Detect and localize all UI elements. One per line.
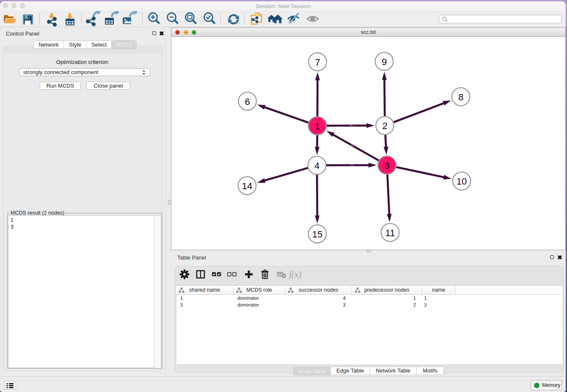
svg-text:6: 6 (245, 97, 250, 107)
svg-text:4: 4 (314, 160, 319, 171)
svg-text:10: 10 (457, 176, 467, 187)
svg-text:2: 2 (382, 121, 387, 131)
svg-text:14: 14 (242, 181, 252, 191)
svg-text:7: 7 (315, 57, 320, 68)
svg-text:3: 3 (384, 160, 389, 171)
svg-text:11: 11 (385, 228, 395, 238)
svg-text:8: 8 (458, 92, 463, 102)
svg-text:f(x): f(x) (289, 269, 301, 279)
svg-text:9: 9 (382, 57, 387, 67)
svg-text:1: 1 (315, 121, 320, 132)
svg-text:15: 15 (312, 229, 322, 240)
